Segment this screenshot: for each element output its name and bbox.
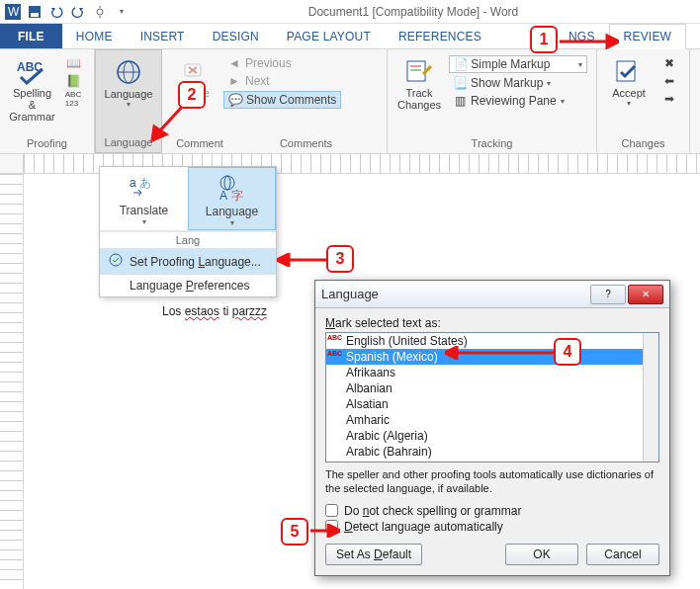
svg-point-21 — [224, 176, 230, 190]
thesaurus-button[interactable]: 📗 — [62, 73, 84, 89]
language-preferences-menuitem[interactable]: Language Preferences — [100, 275, 276, 296]
no-check-checkbox[interactable]: Do not check spelling or grammar — [325, 504, 659, 518]
book-icon: 📖 — [66, 56, 80, 70]
undo-icon[interactable] — [47, 3, 65, 21]
callout-3: 3 — [326, 245, 354, 273]
comments-group-label: Comments — [231, 135, 381, 153]
svg-text:W: W — [8, 5, 20, 19]
next-comment-button: ►Next — [223, 73, 341, 89]
spelling-grammar-button[interactable]: ABC Spelling & Grammar — [6, 51, 58, 123]
tab-file[interactable]: FILE — [0, 24, 62, 48]
tracking-group-label: Tracking — [394, 135, 590, 153]
tab-review[interactable]: REVIEW — [609, 24, 687, 49]
detect-language-checkbox[interactable]: Detect language automatically — [325, 520, 659, 534]
wordcount-button[interactable]: ABC123 — [62, 91, 84, 107]
set-as-default-button[interactable]: Set As Default — [325, 544, 422, 565]
define-button[interactable]: 📖 — [62, 55, 84, 71]
list-item[interactable]: Albanian — [326, 380, 658, 396]
ruler-corner — [0, 154, 24, 173]
list-item[interactable]: Arabic (Bahrain) — [326, 444, 658, 460]
svg-line-27 — [160, 105, 184, 130]
previous-comment-button: ◄Previous — [223, 55, 341, 71]
svg-point-20 — [220, 176, 234, 190]
word-icon: W — [4, 3, 22, 21]
accept-label: Accept — [612, 87, 646, 99]
misspelled-word[interactable]: estaos — [185, 304, 219, 318]
translate-button[interactable]: aあ Translate ▾ — [100, 167, 188, 230]
accept-button[interactable]: Accept ▾ — [603, 51, 655, 108]
svg-text:a: a — [130, 176, 136, 190]
callout-2: 2 — [178, 81, 206, 109]
svg-marker-30 — [277, 254, 289, 266]
track-changes-button[interactable]: Track Changes — [394, 51, 445, 111]
document-text[interactable]: Los estaos ti parzzz — [162, 302, 267, 318]
tab-references[interactable]: REFERENCES — [385, 24, 495, 48]
redo-icon[interactable] — [69, 3, 87, 21]
svg-text:字: 字 — [231, 189, 243, 202]
prev-change-button[interactable]: ⬅ — [658, 73, 680, 89]
tab-page-layout[interactable]: PAGE LAYOUT — [273, 24, 385, 48]
window-title: Document1 [Compatibility Mode] - Word — [131, 5, 696, 19]
dialog-title: Language — [321, 287, 588, 301]
svg-point-4 — [97, 9, 103, 15]
svg-point-24 — [110, 254, 122, 266]
display-for-review-select[interactable]: 📄 Simple Markup▾ — [449, 55, 587, 73]
reviewing-pane-icon: ▥ — [453, 94, 467, 108]
track-changes-label: Track Changes — [397, 87, 441, 111]
close-button[interactable]: ✕ — [628, 285, 663, 304]
callout-1: 1 — [530, 26, 558, 53]
language-label: Language — [105, 88, 153, 100]
changes-group-label: Changes — [603, 135, 683, 153]
wordcount-icon: ABC123 — [66, 92, 80, 106]
next-change-icon: ➡ — [662, 92, 676, 106]
show-markup-button[interactable]: 📃Show Markup ▾ — [449, 75, 587, 91]
svg-text:あ: あ — [139, 176, 151, 190]
tab-design[interactable]: DESIGN — [199, 24, 273, 48]
spellcheck-icon: ABC — [17, 55, 48, 87]
prev-change-icon: ⬅ — [662, 74, 676, 88]
mark-selected-label: Mark selected text as: — [325, 316, 659, 330]
chevron-down-icon: ▾ — [127, 100, 131, 109]
vertical-ruler[interactable] — [0, 174, 24, 589]
svg-marker-28 — [152, 126, 166, 140]
reject-button[interactable]: ✖ — [658, 55, 680, 71]
track-changes-icon — [405, 55, 433, 87]
next-change-button[interactable]: ➡ — [658, 91, 680, 107]
language-icon — [116, 56, 141, 88]
ok-button[interactable]: OK — [505, 544, 578, 565]
language-globe-icon: A字 — [218, 174, 247, 205]
list-item[interactable]: Alsatian — [326, 396, 658, 412]
cancel-button[interactable]: Cancel — [586, 544, 659, 565]
spelling-grammar-label: Spelling & Grammar — [9, 87, 54, 123]
tab-home[interactable]: HOME — [62, 24, 127, 48]
misspelled-word[interactable]: parzzz — [232, 304, 267, 318]
touch-mode-icon[interactable] — [91, 3, 109, 21]
markup-icon: 📄 — [454, 57, 468, 71]
proofing-group-label: Proofing — [6, 135, 88, 153]
listbox-scrollbar[interactable] — [643, 333, 658, 462]
previous-icon: ◄ — [227, 56, 241, 70]
show-comments-button[interactable]: 💬Show Comments — [223, 91, 341, 109]
translate-icon: aあ — [130, 173, 159, 204]
language-button[interactable]: Language ▾ — [102, 52, 155, 109]
list-item[interactable]: Amharic — [326, 412, 658, 428]
help-button[interactable]: ? — [590, 285, 626, 304]
svg-rect-14 — [407, 61, 425, 81]
accept-icon — [615, 55, 643, 87]
svg-text:A: A — [219, 189, 227, 202]
svg-rect-17 — [617, 61, 635, 81]
language-submenu-button[interactable]: A字 Language ▾ — [188, 167, 276, 230]
callout-4: 4 — [554, 338, 581, 366]
set-proofing-language-menuitem[interactable]: Set Proofing Language... — [100, 248, 276, 275]
qat-customize-icon[interactable]: ▾ — [113, 3, 131, 21]
tab-insert[interactable]: INSERT — [127, 24, 199, 48]
list-item[interactable]: Arabic (Algeria) — [326, 428, 658, 444]
list-item[interactable]: Afrikaans — [326, 365, 658, 380]
callout-5: 5 — [281, 518, 308, 546]
svg-marker-26 — [607, 36, 619, 47]
svg-marker-32 — [445, 347, 457, 359]
save-icon[interactable] — [26, 3, 44, 21]
show-markup-icon: 📃 — [453, 76, 467, 90]
reviewing-pane-button[interactable]: ▥Reviewing Pane ▾ — [449, 93, 587, 109]
language-dropdown-popup: aあ Translate ▾ A字 Language ▾ Lang Set Pr… — [99, 166, 277, 297]
